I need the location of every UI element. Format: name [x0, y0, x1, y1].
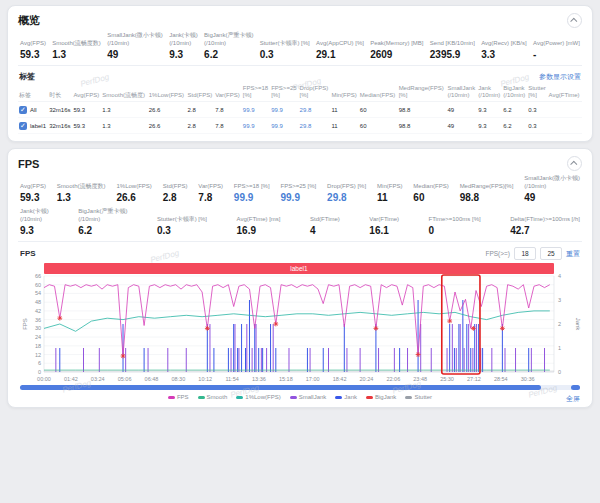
row-label: All — [30, 107, 37, 113]
table-header-cell: 时长 — [48, 83, 72, 102]
metric-value: 26.6 — [116, 192, 151, 203]
metric-value: - — [533, 49, 580, 60]
table-cell: 9.3 — [477, 102, 502, 118]
metric-ftime-ge-100: FTime>=100ms [%]0 — [429, 208, 481, 236]
legend-label: FPS — [177, 394, 189, 400]
metric-std-fps: Std(FPS)2.8 — [163, 175, 188, 203]
legend-item-low_fps[interactable]: 1%Low(FPS) — [236, 394, 280, 400]
table-cell: 98.8 — [398, 102, 447, 118]
metric-value: 49 — [107, 49, 163, 60]
legend-item-bigjank[interactable]: BigJank — [366, 394, 396, 400]
legend-item-stutter[interactable]: Stutter — [405, 394, 432, 400]
svg-text:0: 0 — [558, 369, 561, 375]
metric-value: 1.3 — [57, 192, 106, 203]
table-cell: 11 — [330, 118, 358, 134]
metric-label: Min(FPS) — [377, 175, 402, 190]
metric-label: Avg(FPS) — [20, 175, 46, 190]
table-header-cell: 1%Low(FPS) — [148, 83, 187, 102]
labels-title: 标签 — [19, 71, 35, 82]
metric-label: FPS>=18 [%] — [234, 175, 270, 190]
table-header-cell: SmallJank (/10min) — [446, 83, 477, 102]
legend-label: SmallJank — [299, 394, 327, 400]
metric-value: 99.9 — [280, 192, 316, 203]
metric-label: Var(FPS) — [198, 175, 223, 190]
metric-send: Send [KB/10min]2395.9 — [430, 32, 475, 60]
table-header-cell: Smooth(流畅度) — [101, 83, 147, 102]
table-header-cell: Avg(FTime) — [548, 83, 582, 102]
metric-value: 99.9 — [234, 192, 270, 203]
fps-threshold-input-2[interactable] — [540, 247, 562, 260]
table-cell: 6.2 — [502, 102, 527, 118]
table-cell: 0.3 — [527, 102, 547, 118]
metric-medrange-fps: MedRange(FPS)[%]98.8 — [460, 175, 514, 203]
metric-value: 0.3 — [157, 225, 207, 236]
legend-item-smalljank[interactable]: SmallJank — [290, 394, 327, 400]
fullscreen-link[interactable]: 全屏 — [566, 394, 580, 404]
svg-text:60: 60 — [35, 282, 41, 288]
metric-label: Avg(FTime) [ms] — [237, 208, 281, 223]
metric-value: 59.3 — [20, 192, 46, 203]
fps-header: FPS — [18, 154, 582, 174]
table-header-cell: FPS>=18 [%] — [242, 83, 270, 102]
legend-item-smooth[interactable]: Smooth — [198, 394, 228, 400]
svg-text:05:06: 05:06 — [118, 376, 132, 382]
divider — [18, 241, 582, 242]
metric-label: SmallJank(微小卡顿) (/10min) — [524, 175, 580, 190]
svg-text:20:24: 20:24 — [360, 376, 374, 382]
chart-label-banner: label1 — [44, 263, 554, 274]
chart-toolbar: FPS FPS(>=) 重置 — [18, 245, 582, 263]
labels-header: 标签 参数显示设置 — [18, 69, 582, 83]
metric-label: SmallJank(微小卡顿) (/10min) — [107, 32, 163, 47]
chevron-up-icon — [570, 18, 577, 25]
metric-median-fps: Median(FPS)60 — [413, 175, 448, 203]
row-checkbox[interactable]: ✓ — [19, 122, 27, 130]
fps-card: FPS Avg(FPS)59.3Smooth(流畅度数)1.31%Low(FPS… — [7, 148, 593, 408]
metric-jank: Jank(卡顿) (/10min)9.3 — [20, 208, 49, 236]
svg-text:06:48: 06:48 — [145, 376, 159, 382]
table-cell: 29.8 — [299, 102, 331, 118]
legend-marker-icon — [198, 396, 205, 399]
metric-avg-power: Avg(Power) [mW]- — [533, 32, 580, 60]
table-header-cell: Var(FPS) — [214, 83, 242, 102]
fps-collapse-button[interactable] — [567, 156, 582, 171]
svg-text:Jank: Jank — [575, 318, 581, 332]
table-cell: 60 — [359, 102, 398, 118]
table-cell: 99.9 — [242, 102, 270, 118]
reset-button[interactable]: 重置 — [566, 249, 580, 259]
metric-smalljank: SmallJank(微小卡顿) (/10min)49 — [107, 32, 163, 60]
table-cell: 2.8 — [187, 118, 215, 134]
table-cell: 1.3 — [101, 118, 147, 134]
metric-label: Drop(FPS) [%] — [327, 175, 366, 190]
svg-text:17:00: 17:00 — [306, 376, 320, 382]
legend-item-jank[interactable]: Jank — [335, 394, 357, 400]
legend-marker-icon — [290, 396, 297, 399]
metric-label: MedRange(FPS)[%] — [460, 175, 514, 190]
metric-value: 2395.9 — [430, 49, 475, 60]
fps-threshold-input-1[interactable] — [514, 247, 536, 260]
overview-collapse-button[interactable] — [567, 13, 582, 28]
legend-item-fps[interactable]: FPS — [168, 394, 189, 400]
table-cell: 26.6 — [148, 118, 187, 134]
svg-text:23:48: 23:48 — [413, 376, 427, 382]
svg-text:11:54: 11:54 — [225, 376, 238, 382]
row-checkbox[interactable]: ✓ — [19, 106, 27, 114]
table-header-cell: Jank (/10min) — [477, 83, 502, 102]
svg-text:01:42: 01:42 — [64, 376, 78, 382]
svg-text:12: 12 — [35, 352, 41, 358]
metric-avg-appcpu: Avg(AppCPU) [%]29.1 — [316, 32, 364, 60]
fps-chart-canvas[interactable]: 061218243036424854606601234FPSJank00:000… — [20, 263, 584, 384]
table-header-cell: FPS>=25 [%] — [270, 83, 298, 102]
overview-card: 概览 Avg(FPS)59.3Smooth(流畅度数)1.3SmallJank(… — [7, 5, 593, 142]
metric-value: 1.3 — [52, 49, 101, 60]
overview-header: 概览 — [18, 11, 582, 31]
metric-value: 0 — [429, 225, 481, 236]
svg-text:6: 6 — [38, 361, 41, 367]
display-settings-link[interactable]: 参数显示设置 — [539, 72, 581, 82]
svg-text:00:00: 00:00 — [37, 376, 51, 382]
metric-smooth: Smooth(流畅度数)1.3 — [57, 175, 106, 203]
metric-value: 2609 — [370, 49, 423, 60]
chart-section-label: FPS — [20, 249, 36, 258]
svg-text:13:36: 13:36 — [252, 376, 266, 382]
table-cell: 7.8 — [214, 102, 242, 118]
metric-label: Median(FPS) — [413, 175, 448, 190]
